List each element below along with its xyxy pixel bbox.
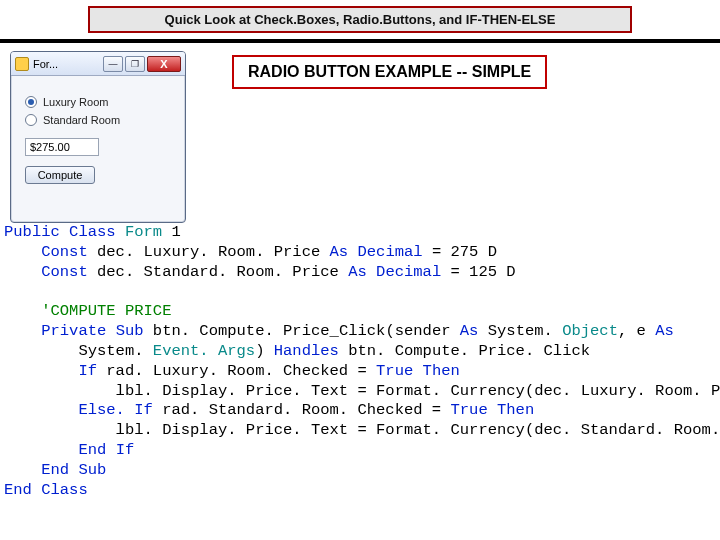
compute-button-label: Compute — [38, 169, 83, 181]
radio-standard-row[interactable]: Standard Room — [25, 114, 171, 126]
kw-sub: Sub — [69, 461, 106, 479]
text: = 125 D — [441, 263, 515, 281]
radio-luxury-label: Luxury Room — [43, 96, 108, 108]
window-title-text: For... — [33, 58, 99, 70]
window-body: Luxury Room Standard Room $275.00 Comput… — [11, 76, 185, 194]
text: System. — [478, 322, 562, 340]
example-stage: RADIO BUTTON EXAMPLE -- SIMPLE For... — … — [0, 43, 720, 223]
kw-if: If — [4, 362, 97, 380]
kw-as: As — [460, 322, 479, 340]
slide-banner: Quick Look at Check.Boxes, Radio.Buttons… — [88, 6, 632, 33]
text: rad. Luxury. Room. Checked = — [97, 362, 376, 380]
code-block: Public Class Form 1 Const dec. Luxury. R… — [0, 223, 720, 509]
kw-class: Class — [60, 223, 116, 241]
kw-true: True — [376, 362, 413, 380]
kw-decimal: Decimal — [367, 263, 441, 281]
form-window: For... — ❐ X Luxury Room Standard Room $… — [10, 51, 186, 223]
text: btn. Compute. Price. Click — [339, 342, 590, 360]
text: System. — [4, 342, 153, 360]
text: dec. Luxury. Room. Price — [88, 243, 330, 261]
kw-if: If — [106, 441, 134, 459]
text: , e — [618, 322, 655, 340]
kw-as: As — [655, 322, 674, 340]
text: ) — [255, 342, 274, 360]
kw-handles: Handles — [274, 342, 339, 360]
radio-luxury-row[interactable]: Luxury Room — [25, 96, 171, 108]
form-icon — [15, 57, 29, 71]
text: 1 — [162, 223, 181, 241]
text: = 275 D — [423, 243, 497, 261]
kw-as: As — [348, 263, 367, 281]
text: lbl. Display. Price. Text = Format. Curr… — [4, 421, 720, 439]
text: lbl. Display. Price. Text = Format. Curr… — [4, 382, 720, 400]
maximize-button[interactable]: ❐ — [125, 56, 145, 72]
kw-class: Class — [32, 481, 88, 499]
price-display: $275.00 — [25, 138, 99, 156]
compute-button[interactable]: Compute — [25, 166, 95, 184]
window-controls: — ❐ X — [103, 56, 181, 72]
example-heading-text: RADIO BUTTON EXAMPLE -- SIMPLE — [248, 63, 531, 80]
text: rad. Standard. Room. Checked = — [153, 401, 451, 419]
kw-const: Const — [4, 243, 88, 261]
close-button[interactable]: X — [147, 56, 181, 72]
kw-end: End — [4, 481, 32, 499]
blank-line — [4, 282, 13, 300]
type-object: Object — [562, 322, 618, 340]
radio-standard-label: Standard Room — [43, 114, 120, 126]
type-form: Form — [116, 223, 163, 241]
kw-then: Then — [413, 362, 460, 380]
comment: 'COMPUTE PRICE — [4, 302, 171, 320]
type-eventargs: Event. Args — [153, 342, 255, 360]
kw-end: End — [4, 461, 69, 479]
radio-luxury[interactable] — [25, 96, 37, 108]
text: dec. Standard. Room. Price — [88, 263, 348, 281]
minimize-button[interactable]: — — [103, 56, 123, 72]
banner-text: Quick Look at Check.Boxes, Radio.Buttons… — [165, 12, 556, 27]
kw-private: Private — [4, 322, 106, 340]
example-heading: RADIO BUTTON EXAMPLE -- SIMPLE — [232, 55, 547, 89]
kw-as: As — [330, 243, 349, 261]
kw-const: Const — [4, 263, 88, 281]
kw-true: True — [450, 401, 487, 419]
window-titlebar: For... — ❐ X — [11, 52, 185, 76]
kw-sub: Sub — [106, 322, 143, 340]
kw-public: Public — [4, 223, 60, 241]
kw-decimal: Decimal — [348, 243, 422, 261]
text: btn. Compute. Price_Click(sender — [144, 322, 460, 340]
price-value: $275.00 — [30, 141, 70, 153]
radio-standard[interactable] — [25, 114, 37, 126]
kw-then: Then — [488, 401, 535, 419]
kw-elseif: Else. If — [4, 401, 153, 419]
kw-end: End — [4, 441, 106, 459]
